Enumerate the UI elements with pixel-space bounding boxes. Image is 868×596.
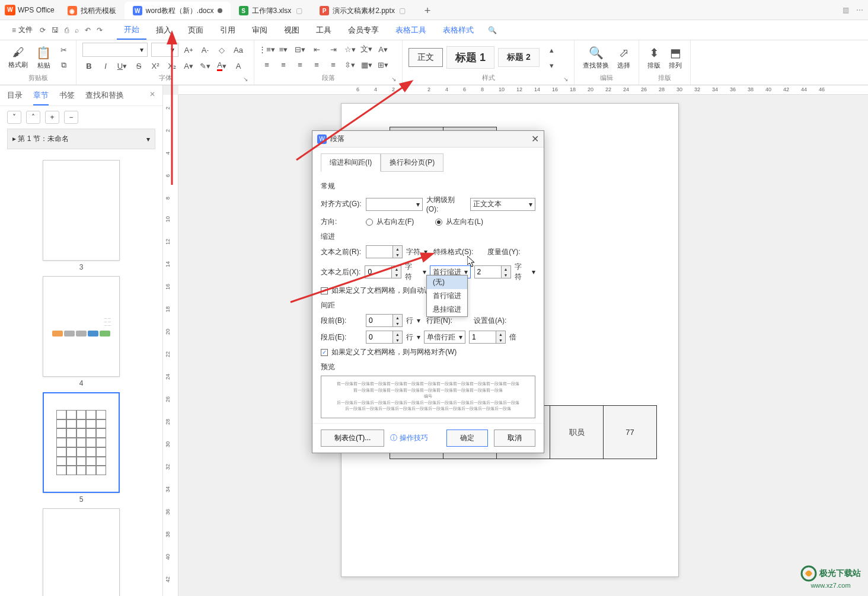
style-normal[interactable]: 正文 [409, 48, 443, 67]
add-button[interactable]: + [45, 111, 59, 124]
spacing-before-spinner[interactable]: ▲▼ [366, 314, 403, 327]
spacing-after-spinner[interactable]: ▲▼ [366, 331, 403, 344]
grid-auto-adjust-checkbox[interactable]: ✓ [321, 287, 328, 294]
tab-line-page-breaks[interactable]: 换行和分页(P) [381, 153, 443, 172]
indent-after-spinner[interactable]: ▲▼ [365, 265, 401, 278]
increase-font-button[interactable]: A+ [182, 43, 195, 56]
more-icon[interactable]: ⋯ [856, 6, 863, 14]
page-thumbnail[interactable] [43, 160, 120, 261]
format-painter-button[interactable]: 🖌 格式刷 [6, 44, 30, 71]
increase-indent-button[interactable]: ⇥ [327, 43, 340, 56]
align-right-button[interactable]: ≡ [293, 58, 307, 71]
vertical-ruler[interactable]: 2246810121416182022242628303234363840424… [163, 95, 178, 596]
dropdown-option-none[interactable]: (无) [427, 275, 467, 289]
menu-reference[interactable]: 引用 [213, 21, 242, 39]
refresh-icon[interactable]: ⟳ [40, 26, 46, 34]
decrease-font-button[interactable]: A- [199, 43, 212, 56]
rtl-radio[interactable] [366, 219, 373, 226]
tips-link[interactable]: ⓘ操作技巧 [390, 433, 428, 443]
print-icon[interactable]: ⎙ [65, 26, 69, 34]
undo-icon[interactable]: ↶ [85, 26, 91, 34]
font-color-button[interactable]: A▾ [215, 59, 228, 72]
measure-spinner[interactable]: ▲▼ [474, 265, 511, 278]
style-heading1[interactable]: 标题 1 [446, 46, 494, 69]
tab-excel-doc[interactable]: S 工作簿3.xlsx ▢ [231, 2, 312, 20]
style-more-button[interactable]: ▾ [545, 59, 559, 72]
search-icon[interactable]: 🔍 [488, 26, 497, 34]
menu-insert[interactable]: 插入 [149, 21, 178, 39]
sidebar-tab-toc[interactable]: 目录 [7, 90, 23, 105]
close-icon[interactable]: ▢ [295, 7, 303, 15]
paste-button[interactable]: 📋 粘贴 [34, 44, 53, 71]
ruby-button[interactable]: 文▾ [360, 43, 373, 56]
menu-home[interactable]: 开始 [117, 21, 146, 40]
tab-template-store[interactable]: ◉ 找稻壳模板 [59, 2, 125, 20]
dropdown-option-firstline[interactable]: 首行缩进 [427, 289, 467, 303]
menu-page[interactable]: 页面 [181, 21, 210, 39]
redo-icon[interactable]: ↷ [97, 26, 103, 34]
styles-launcher[interactable]: ↘ [563, 76, 568, 82]
horizontal-ruler[interactable]: 6422468101214161820222426283032343638404… [178, 85, 868, 95]
page-thumbnail[interactable]: — —— —— — [43, 276, 120, 377]
line-spacing-button[interactable]: ⇳▾ [343, 58, 356, 71]
grid-align-checkbox[interactable]: ✓ [321, 349, 328, 356]
preview-icon[interactable]: ⌕ [75, 26, 79, 34]
italic-button[interactable]: I [99, 59, 112, 72]
underline-button[interactable]: U▾ [116, 59, 129, 72]
paragraph-launcher[interactable]: ↘ [391, 76, 396, 82]
cut-button[interactable]: ✂ [57, 43, 70, 56]
style-up-button[interactable]: ▴ [545, 43, 559, 56]
table-cell[interactable]: 77 [604, 406, 657, 459]
bold-button[interactable]: B [82, 59, 95, 72]
clear-format-button[interactable]: ◇ [215, 43, 228, 56]
change-case-button[interactable]: Aa [232, 43, 245, 56]
sidebar-toggle-icon[interactable]: ▥ [843, 6, 849, 14]
border-button[interactable]: A▾ [376, 43, 390, 56]
cancel-button[interactable]: 取消 [494, 430, 535, 447]
set-value-spinner[interactable]: ▲▼ [469, 331, 506, 344]
shading-button[interactable]: ▦▾ [360, 58, 373, 71]
subscript-button[interactable]: X₂ [165, 59, 178, 72]
menu-table-tools[interactable]: 表格工具 [388, 21, 433, 39]
table-cell[interactable]: 职员 [550, 406, 604, 459]
file-menu[interactable]: ≡ 文件 [7, 23, 37, 37]
number-list-button[interactable]: ≡▾ [277, 43, 290, 56]
close-icon[interactable]: ✕ [149, 90, 155, 105]
close-button[interactable]: ✕ [531, 133, 539, 145]
remove-button[interactable]: − [64, 111, 78, 124]
close-icon[interactable]: ▢ [398, 7, 407, 15]
distribute-button[interactable]: ≡ [327, 58, 340, 71]
dropdown-option-hanging[interactable]: 悬挂缩进 [427, 303, 467, 316]
sidebar-tab-find[interactable]: 查找和替换 [85, 90, 124, 105]
menu-member[interactable]: 会员专享 [341, 21, 386, 39]
font-family-select[interactable]: ▾ [82, 43, 148, 57]
vertical-text-button[interactable]: ⬍ 排版 [645, 44, 663, 71]
collapse-button[interactable]: ˅ [7, 111, 21, 124]
tab-ppt-doc[interactable]: P 演示文稿素材2.pptx ▢ [311, 2, 415, 20]
tab-indent-spacing[interactable]: 缩进和间距(I) [321, 153, 381, 172]
font-size-select[interactable]: ▾ [151, 43, 178, 57]
menu-table-style[interactable]: 表格样式 [436, 21, 481, 39]
sidebar-tab-bookmarks[interactable]: 书签 [59, 90, 75, 105]
section-header[interactable]: ▸ 第 1 节：未命名 ▾ [7, 129, 155, 149]
line-spacing-select[interactable]: 单倍行距▾ [424, 331, 465, 344]
outline-select[interactable]: 正文文本▾ [470, 198, 535, 211]
copy-button[interactable]: ⧉ [57, 59, 70, 72]
expand-button[interactable]: ˄ [26, 111, 40, 124]
char-scale-button[interactable]: ☆▾ [343, 43, 356, 56]
multilevel-button[interactable]: ⊟▾ [293, 43, 307, 56]
align-left-button[interactable]: ≡ [260, 58, 273, 71]
style-heading2[interactable]: 标题 2 [498, 48, 540, 67]
indent-before-spinner[interactable]: ▲▼ [366, 245, 403, 258]
align-center-button[interactable]: ≡ [277, 58, 290, 71]
strikethrough-button[interactable]: S [132, 59, 145, 72]
font-launcher[interactable]: ↘ [243, 76, 248, 82]
menu-view[interactable]: 视图 [277, 21, 307, 39]
superscript-button[interactable]: X² [149, 59, 162, 72]
decrease-indent-button[interactable]: ⇤ [310, 43, 323, 56]
justify-button[interactable]: ≡ [310, 58, 323, 71]
alignment-select[interactable]: ▾ [366, 198, 423, 211]
borders-button[interactable]: ⊞▾ [376, 58, 390, 71]
tabs-button[interactable]: 制表位(T)... [321, 430, 384, 447]
save-icon[interactable]: 🖫 [52, 26, 59, 34]
